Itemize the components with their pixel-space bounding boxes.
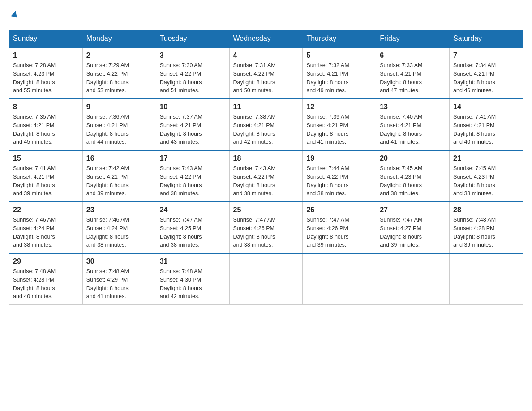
calendar-cell: 13 Sunrise: 7:40 AMSunset: 4:21 PMDaylig… xyxy=(376,99,450,150)
day-number: 17 xyxy=(160,154,226,163)
calendar-header-tuesday: Tuesday xyxy=(156,30,229,48)
day-number: 29 xyxy=(13,257,79,265)
day-info: Sunrise: 7:46 AMSunset: 4:24 PMDaylight:… xyxy=(86,216,152,249)
day-number: 6 xyxy=(380,51,446,60)
calendar-cell: 1 Sunrise: 7:28 AMSunset: 4:23 PMDayligh… xyxy=(9,47,83,99)
day-info: Sunrise: 7:40 AMSunset: 4:21 PMDaylight:… xyxy=(380,113,446,146)
calendar-cell: 25 Sunrise: 7:47 AMSunset: 4:26 PMDaylig… xyxy=(229,202,303,253)
day-number: 1 xyxy=(13,51,79,60)
page-header xyxy=(9,9,523,21)
day-info: Sunrise: 7:47 AMSunset: 4:26 PMDaylight:… xyxy=(233,216,299,249)
calendar-header-thursday: Thursday xyxy=(303,30,376,48)
day-info: Sunrise: 7:48 AMSunset: 4:28 PMDaylight:… xyxy=(453,216,519,249)
calendar-cell: 31 Sunrise: 7:48 AMSunset: 4:30 PMDaylig… xyxy=(156,253,229,305)
calendar-header-wednesday: Wednesday xyxy=(229,30,303,48)
day-info: Sunrise: 7:42 AMSunset: 4:21 PMDaylight:… xyxy=(86,164,152,198)
calendar-cell: 26 Sunrise: 7:47 AMSunset: 4:26 PMDaylig… xyxy=(303,202,376,253)
calendar-cell: 15 Sunrise: 7:41 AMSunset: 4:21 PMDaylig… xyxy=(9,150,83,202)
calendar-header-sunday: Sunday xyxy=(9,30,83,48)
calendar-cell: 6 Sunrise: 7:33 AMSunset: 4:21 PMDayligh… xyxy=(376,47,450,99)
day-number: 27 xyxy=(380,206,446,214)
calendar-cell: 11 Sunrise: 7:38 AMSunset: 4:21 PMDaylig… xyxy=(229,99,303,150)
calendar-cell: 18 Sunrise: 7:43 AMSunset: 4:22 PMDaylig… xyxy=(229,150,303,202)
day-info: Sunrise: 7:39 AMSunset: 4:21 PMDaylight:… xyxy=(306,113,372,146)
day-number: 24 xyxy=(160,206,226,214)
day-info: Sunrise: 7:47 AMSunset: 4:25 PMDaylight:… xyxy=(160,216,226,249)
calendar-week-row-5: 29 Sunrise: 7:48 AMSunset: 4:28 PMDaylig… xyxy=(9,253,523,305)
calendar-cell xyxy=(229,253,303,305)
calendar-cell: 29 Sunrise: 7:48 AMSunset: 4:28 PMDaylig… xyxy=(9,253,83,305)
calendar-week-row-1: 1 Sunrise: 7:28 AMSunset: 4:23 PMDayligh… xyxy=(9,47,523,99)
day-number: 8 xyxy=(13,103,79,111)
calendar-cell: 28 Sunrise: 7:48 AMSunset: 4:28 PMDaylig… xyxy=(450,202,523,253)
calendar-cell: 23 Sunrise: 7:46 AMSunset: 4:24 PMDaylig… xyxy=(82,202,156,253)
day-info: Sunrise: 7:29 AMSunset: 4:22 PMDaylight:… xyxy=(86,61,152,95)
day-info: Sunrise: 7:47 AMSunset: 4:26 PMDaylight:… xyxy=(306,216,372,249)
day-info: Sunrise: 7:44 AMSunset: 4:22 PMDaylight:… xyxy=(306,164,372,198)
day-number: 18 xyxy=(233,154,299,163)
day-number: 10 xyxy=(160,103,226,111)
day-number: 30 xyxy=(86,257,152,265)
day-info: Sunrise: 7:37 AMSunset: 4:21 PMDaylight:… xyxy=(160,113,226,146)
calendar-cell: 20 Sunrise: 7:45 AMSunset: 4:23 PMDaylig… xyxy=(376,150,450,202)
day-number: 4 xyxy=(233,51,299,60)
calendar-cell: 21 Sunrise: 7:45 AMSunset: 4:23 PMDaylig… xyxy=(450,150,523,202)
day-number: 23 xyxy=(86,206,152,214)
calendar-week-row-2: 8 Sunrise: 7:35 AMSunset: 4:21 PMDayligh… xyxy=(9,99,523,150)
day-number: 11 xyxy=(233,103,299,111)
day-info: Sunrise: 7:35 AMSunset: 4:21 PMDaylight:… xyxy=(13,113,79,146)
day-number: 13 xyxy=(380,103,446,111)
calendar-cell: 10 Sunrise: 7:37 AMSunset: 4:21 PMDaylig… xyxy=(156,99,229,150)
logo-triangle-icon xyxy=(10,9,20,21)
day-number: 25 xyxy=(233,206,299,214)
calendar-cell: 2 Sunrise: 7:29 AMSunset: 4:22 PMDayligh… xyxy=(82,47,156,99)
day-info: Sunrise: 7:43 AMSunset: 4:22 PMDaylight:… xyxy=(233,164,299,198)
calendar-cell: 27 Sunrise: 7:47 AMSunset: 4:27 PMDaylig… xyxy=(376,202,450,253)
day-number: 26 xyxy=(306,206,372,214)
calendar-cell: 12 Sunrise: 7:39 AMSunset: 4:21 PMDaylig… xyxy=(303,99,376,150)
day-info: Sunrise: 7:43 AMSunset: 4:22 PMDaylight:… xyxy=(160,164,226,198)
calendar-cell: 30 Sunrise: 7:48 AMSunset: 4:29 PMDaylig… xyxy=(82,253,156,305)
day-info: Sunrise: 7:48 AMSunset: 4:29 PMDaylight:… xyxy=(86,267,152,301)
calendar-cell: 5 Sunrise: 7:32 AMSunset: 4:21 PMDayligh… xyxy=(303,47,376,99)
calendar-cell: 16 Sunrise: 7:42 AMSunset: 4:21 PMDaylig… xyxy=(82,150,156,202)
day-number: 21 xyxy=(453,154,519,163)
day-info: Sunrise: 7:41 AMSunset: 4:21 PMDaylight:… xyxy=(453,113,519,146)
day-info: Sunrise: 7:34 AMSunset: 4:21 PMDaylight:… xyxy=(453,61,519,95)
day-info: Sunrise: 7:45 AMSunset: 4:23 PMDaylight:… xyxy=(453,164,519,198)
day-number: 9 xyxy=(86,103,152,111)
day-number: 3 xyxy=(160,51,226,60)
svg-marker-0 xyxy=(11,10,18,17)
day-number: 31 xyxy=(160,257,226,265)
day-number: 28 xyxy=(453,206,519,214)
calendar-cell: 17 Sunrise: 7:43 AMSunset: 4:22 PMDaylig… xyxy=(156,150,229,202)
calendar-cell xyxy=(303,253,376,305)
calendar-week-row-3: 15 Sunrise: 7:41 AMSunset: 4:21 PMDaylig… xyxy=(9,150,523,202)
logo xyxy=(9,9,20,21)
day-number: 22 xyxy=(13,206,79,214)
day-info: Sunrise: 7:33 AMSunset: 4:21 PMDaylight:… xyxy=(380,61,446,95)
day-info: Sunrise: 7:30 AMSunset: 4:22 PMDaylight:… xyxy=(160,61,226,95)
calendar-cell: 7 Sunrise: 7:34 AMSunset: 4:21 PMDayligh… xyxy=(450,47,523,99)
day-number: 14 xyxy=(453,103,519,111)
day-info: Sunrise: 7:32 AMSunset: 4:21 PMDaylight:… xyxy=(306,61,372,95)
calendar-cell xyxy=(376,253,450,305)
day-info: Sunrise: 7:46 AMSunset: 4:24 PMDaylight:… xyxy=(13,216,79,249)
calendar-cell: 4 Sunrise: 7:31 AMSunset: 4:22 PMDayligh… xyxy=(229,47,303,99)
day-info: Sunrise: 7:41 AMSunset: 4:21 PMDaylight:… xyxy=(13,164,79,198)
day-info: Sunrise: 7:48 AMSunset: 4:28 PMDaylight:… xyxy=(13,267,79,301)
day-number: 5 xyxy=(306,51,372,60)
day-number: 16 xyxy=(86,154,152,163)
calendar-week-row-4: 22 Sunrise: 7:46 AMSunset: 4:24 PMDaylig… xyxy=(9,202,523,253)
day-info: Sunrise: 7:31 AMSunset: 4:22 PMDaylight:… xyxy=(233,61,299,95)
day-info: Sunrise: 7:28 AMSunset: 4:23 PMDaylight:… xyxy=(13,61,79,95)
calendar-cell: 8 Sunrise: 7:35 AMSunset: 4:21 PMDayligh… xyxy=(9,99,83,150)
day-info: Sunrise: 7:38 AMSunset: 4:21 PMDaylight:… xyxy=(233,113,299,146)
day-info: Sunrise: 7:36 AMSunset: 4:21 PMDaylight:… xyxy=(86,113,152,146)
calendar-cell: 14 Sunrise: 7:41 AMSunset: 4:21 PMDaylig… xyxy=(450,99,523,150)
calendar-cell: 3 Sunrise: 7:30 AMSunset: 4:22 PMDayligh… xyxy=(156,47,229,99)
calendar-header-row: SundayMondayTuesdayWednesdayThursdayFrid… xyxy=(9,30,523,48)
day-number: 7 xyxy=(453,51,519,60)
calendar-cell: 9 Sunrise: 7:36 AMSunset: 4:21 PMDayligh… xyxy=(82,99,156,150)
calendar-cell: 22 Sunrise: 7:46 AMSunset: 4:24 PMDaylig… xyxy=(9,202,83,253)
